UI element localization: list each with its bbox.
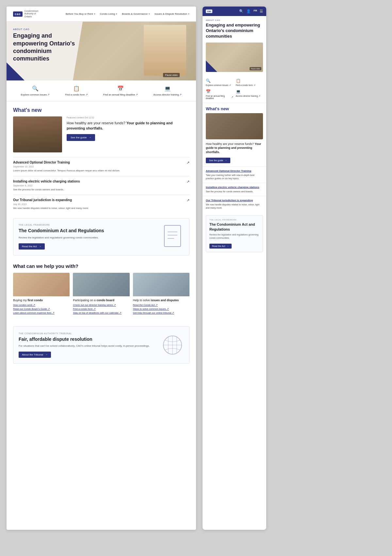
help-card-condo-board: Participating on a condo board Check out… — [73, 273, 129, 316]
arrow-icon: ↗ — [47, 93, 50, 96]
nav-item-buy-rent[interactable]: Before You Buy or Rent ▾ — [66, 12, 95, 15]
mobile-featured-image — [206, 113, 263, 139]
quick-link-label-training: Access director training ↗ — [153, 93, 182, 96]
language-icon[interactable]: FR — [253, 9, 257, 13]
tribunal-button[interactable]: About the Tribunal → — [19, 352, 51, 358]
external-link-icon-2[interactable]: ↗ — [187, 198, 189, 202]
see-guide-button[interactable]: See the guide → — [67, 134, 95, 141]
mobile-logo[interactable]: cao — [206, 9, 212, 13]
nav-item-condo-living[interactable]: Condo Living ▾ — [100, 12, 118, 15]
mobile-ql-explore[interactable]: 🔍 Explore common issues ↗ — [206, 78, 233, 87]
image-overlay — [13, 116, 62, 152]
chevron-down-icon: ▾ — [149, 13, 150, 15]
news-item-header-1: Installing electric vehicle charging sta… — [13, 180, 189, 184]
quick-link-label-explore: Explore common issues ↗ — [21, 93, 50, 96]
hero-title: Engaging and empowering Ontario's condom… — [13, 32, 78, 63]
help-cards-container: Buying my first condo How condos work ↗ … — [13, 273, 189, 316]
arrow-icon: → — [227, 245, 229, 247]
mobile-news-title-0[interactable]: Advanced Optional Director Training — [206, 169, 263, 172]
desktop-hero: ABOUT CAO Engaging and empowering Ontari… — [7, 22, 196, 80]
mobile-read-act-button[interactable]: Read the Act → — [209, 244, 232, 249]
help-link-1-0[interactable]: Check out our director training series ↗ — [73, 304, 129, 306]
mobile-news-title-2[interactable]: Our Tribunal jurisdiction is expanding — [206, 199, 263, 202]
external-link-icon-0[interactable]: ↗ — [187, 161, 189, 165]
quick-link-deadline[interactable]: 📅 Find an annual filing deadline ↗ — [103, 85, 138, 96]
calendar-icon: 📅 — [117, 85, 124, 92]
help-link-0-1[interactable]: Read our Condo Buyer's Guide ↗ — [13, 307, 70, 310]
page-wrapper: cao Condominium Authority of Ontario Bef… — [7, 7, 385, 530]
featured-article-content: Featured content Oct 12'22 How healthy a… — [67, 116, 189, 152]
nav-item-boards[interactable]: Boards & Governance ▾ — [122, 12, 150, 15]
legal-framework-desc: Review the legislation and regulations g… — [19, 236, 156, 239]
mobile-ql-form[interactable]: 📋 Find a condo form ↗ — [236, 78, 263, 87]
legal-framework-title: The Condominium Act and Regulations — [19, 228, 156, 234]
news-item-title-0[interactable]: Advanced Optional Director Training — [13, 161, 187, 164]
featured-meta: Featured content Oct 12'22 — [67, 116, 189, 119]
mobile-hero: ABOUT CAO Engaging and empowering Ontari… — [203, 16, 266, 75]
read-act-button[interactable]: Read the Act → — [19, 243, 45, 250]
chevron-down-icon: ▾ — [116, 13, 117, 15]
help-card-disputes: Help to solve issues and disputes Read t… — [133, 273, 189, 316]
news-item-title-1[interactable]: Installing electric vehicle charging sta… — [13, 180, 187, 183]
help-section: What can we help you with? Buying my fir… — [7, 260, 196, 323]
help-card-image-0 — [13, 273, 70, 296]
mobile-pause-button[interactable]: Pause video — [250, 67, 261, 70]
desktop-quick-links: 🔍 Explore common issues ↗ 📋 Find a condo… — [7, 80, 196, 101]
tribunal-desc: For situations that can't be solved coll… — [19, 344, 156, 348]
calendar-icon: 📅 — [206, 89, 233, 94]
logo-area: cao Condominium Authority of Ontario — [13, 10, 41, 18]
news-item-0: Advanced Optional Director Training ↗ Se… — [13, 157, 189, 176]
help-links-2: Read the Condo Act ↗ Steps to solve comm… — [133, 304, 189, 314]
news-item-2: Our Tribunal jurisdiction is expanding ↗… — [13, 195, 189, 214]
news-item-header-0: Advanced Optional Director Training ↗ — [13, 161, 189, 165]
hamburger-icon[interactable]: ☰ — [260, 9, 263, 13]
mobile-news-item-1: Installing electric vehicle charging sta… — [203, 183, 266, 196]
tribunal-section: THE CONDOMINIUM AUTHORITY TRIBUNAL Fair,… — [13, 326, 189, 364]
monitor-icon: 💻 — [236, 89, 263, 94]
quick-link-explore[interactable]: 🔍 Explore common issues ↗ — [21, 85, 50, 96]
mobile-quick-links: 🔍 Explore common issues ↗ 📋 Find a condo… — [203, 75, 266, 103]
help-link-2-1[interactable]: Steps to solve common issues ↗ — [133, 307, 189, 310]
featured-content: Featured content Oct 12'22 How healthy a… — [7, 116, 196, 157]
user-icon[interactable]: 👤 — [246, 9, 251, 13]
hero-person-image — [144, 25, 186, 76]
nav-item-issues[interactable]: Issues & Dispute Resolution ▾ — [155, 12, 189, 15]
news-item-title-2[interactable]: Our Tribunal jurisdiction is expanding — [13, 198, 187, 202]
hero-triangle-decoration — [7, 62, 24, 80]
desktop-pause-button[interactable]: Pause video — [163, 73, 180, 77]
desktop-logo[interactable]: cao — [13, 11, 23, 17]
search-icon[interactable]: 🔍 — [239, 9, 244, 13]
help-link-2-0[interactable]: Read the Condo Act ↗ — [133, 304, 189, 306]
news-item-desc-2: We now handle disputes related to noise,… — [13, 207, 189, 210]
news-item-date-2: July 30, 2022 — [13, 203, 189, 205]
legal-framework-icon — [161, 224, 184, 250]
mobile-ql-training[interactable]: 💻 Access director training ↗ — [236, 89, 263, 99]
help-card-label-0: Buying my first condo — [13, 296, 70, 304]
hero-about-label: ABOUT CAO — [13, 28, 78, 30]
mobile-hero-title: Engaging and empowering Ontario's condom… — [206, 23, 263, 39]
news-item-1: Installing electric vehicle charging sta… — [13, 176, 189, 195]
desktop-nav: cao Condominium Authority of Ontario Bef… — [7, 7, 196, 22]
mobile-news-title-1[interactable]: Installing electric vehicle charging sta… — [206, 186, 263, 189]
help-link-1-2[interactable]: Stay on top of deadlines with our calend… — [73, 311, 129, 314]
mobile-ql-deadline[interactable]: 📅 Find an annual filing deadline ↗ — [206, 89, 233, 99]
arrow-icon: → — [89, 136, 91, 139]
help-link-1-1[interactable]: Find a condo form ↗ — [73, 307, 129, 310]
help-link-0-2[interactable]: Learn about common expense fees ↗ — [13, 311, 70, 314]
news-items-list: Advanced Optional Director Training ↗ Se… — [7, 157, 196, 214]
chevron-down-icon: ▾ — [94, 13, 95, 15]
help-link-0-0[interactable]: How condos work ↗ — [13, 304, 70, 306]
help-link-2-2[interactable]: Get help through our online tribunal ↗ — [133, 311, 189, 314]
quick-link-training[interactable]: 💻 Access director training ↗ — [153, 85, 182, 96]
help-links-1: Check out our director training series ↗… — [73, 304, 129, 314]
quick-link-label-form: Find a condo form ↗ — [65, 93, 88, 96]
external-link-icon-1[interactable]: ↗ — [187, 180, 189, 184]
mobile-legal-tag: THE LEGAL FRAMEWORK — [209, 219, 259, 221]
mobile-see-guide-button[interactable]: See the guide → — [206, 158, 230, 163]
help-links-0: How condos work ↗ Read our Condo Buyer's… — [13, 304, 70, 314]
mobile-news-desc-0: Take your training further with new in-d… — [206, 174, 263, 180]
quick-link-form[interactable]: 📋 Find a condo form ↗ — [65, 85, 88, 96]
mobile-news-desc-1: See the process for condo owners and boa… — [206, 190, 263, 193]
search-icon: 🔍 — [206, 78, 233, 83]
desktop-panel: cao Condominium Authority of Ontario Bef… — [7, 7, 196, 530]
